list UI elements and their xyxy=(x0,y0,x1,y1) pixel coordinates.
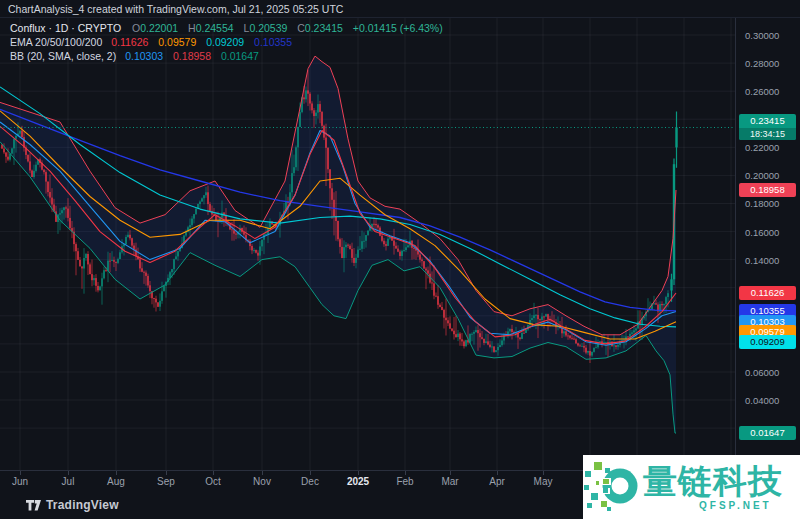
time-tick xyxy=(20,471,21,475)
price-badge: 0.11626 xyxy=(739,286,796,300)
time-tick xyxy=(450,471,451,475)
time-tick xyxy=(213,471,214,475)
chart-header: ChartAnalysis_4 created with TradingView… xyxy=(0,0,800,18)
time-tick xyxy=(310,471,311,475)
close-value: 0.23415 xyxy=(305,22,343,34)
time-label: Feb xyxy=(396,476,413,487)
ema100-value: 0.09209 xyxy=(206,36,244,48)
bar-countdown: 18:34:15 xyxy=(739,128,796,140)
time-label: Jun xyxy=(12,476,28,487)
tradingview-chart-screenshot: ChartAnalysis_4 created with TradingView… xyxy=(0,0,800,519)
time-label: Mar xyxy=(441,476,458,487)
price-badge: 0.09209 xyxy=(739,335,796,349)
legend-symbol-row[interactable]: Conflux · 1D · CRYPTO O0.22001 H0.24554 … xyxy=(10,22,450,35)
time-tick xyxy=(262,471,263,475)
time-tick xyxy=(358,471,359,475)
price-tick: 0.20000 xyxy=(745,170,779,181)
price-tick: 0.30000 xyxy=(745,30,779,41)
low-value: 0.20539 xyxy=(249,22,287,34)
change-value: +0.01415 (+6.43%) xyxy=(353,22,443,34)
time-label: Apr xyxy=(489,476,505,487)
time-tick xyxy=(68,471,69,475)
price-tick: 0.28000 xyxy=(745,58,779,69)
ema50-value: 0.09579 xyxy=(158,36,196,48)
price-tick: 0.06000 xyxy=(745,366,779,377)
time-label: Sep xyxy=(157,476,175,487)
close-label: C xyxy=(297,22,305,34)
bb-basis-value: 0.10303 xyxy=(125,50,163,62)
price-badge: 0.18958 xyxy=(739,183,796,197)
tradingview-logo-link[interactable]: TradingView xyxy=(26,498,119,512)
bb-upper-value: 0.18958 xyxy=(173,50,211,62)
time-label: Nov xyxy=(253,476,271,487)
time-label: Oct xyxy=(205,476,221,487)
time-label: Aug xyxy=(107,476,125,487)
price-tick: 0.14000 xyxy=(745,254,779,265)
watermark-company-name: 量链科技 xyxy=(643,459,783,505)
price-tick: 0.04000 xyxy=(745,395,779,406)
legend-bb-row[interactable]: BB (20, SMA, close, 2) 0.10303 0.18958 0… xyxy=(10,50,450,63)
time-tick xyxy=(116,471,117,475)
bb-label: BB (20, SMA, close, 2) xyxy=(10,50,116,62)
price-chart-canvas[interactable] xyxy=(0,0,735,470)
time-label: Jul xyxy=(62,476,75,487)
chart-title: ChartAnalysis_4 created with TradingView… xyxy=(8,3,343,15)
price-badge: 0.2341518:34:15 xyxy=(739,114,796,140)
watermark-domain: QFSP.NET xyxy=(699,500,772,511)
symbol-name: Conflux · 1D · CRYPTO xyxy=(10,22,121,34)
high-value: 0.24554 xyxy=(196,22,234,34)
legend: Conflux · 1D · CRYPTO O0.22001 H0.24554 … xyxy=(10,22,450,64)
tradingview-logo-icon xyxy=(26,500,41,511)
open-value: 0.22001 xyxy=(140,22,178,34)
time-label: May xyxy=(534,476,553,487)
tradingview-logo-text: TradingView xyxy=(46,498,119,512)
ema20-value: 0.11626 xyxy=(111,36,148,48)
ema-label: EMA 20/50/100/200 xyxy=(10,36,102,48)
time-label: 2025 xyxy=(347,476,369,487)
time-tick xyxy=(166,471,167,475)
open-label: O xyxy=(132,22,140,34)
price-badge: 0.01647 xyxy=(739,426,796,440)
time-tick xyxy=(543,471,544,475)
bb-lower-value: 0.01647 xyxy=(221,50,259,62)
price-tick: 0.16000 xyxy=(745,226,779,237)
time-label: Dec xyxy=(301,476,319,487)
watermark: 量链科技 QFSP.NET xyxy=(583,455,800,519)
time-tick xyxy=(497,471,498,475)
high-label: H xyxy=(188,22,196,34)
time-tick xyxy=(405,471,406,475)
watermark-logo-icon xyxy=(583,455,641,519)
ema200-value: 0.10355 xyxy=(254,36,292,48)
price-axis[interactable]: 0.300000.280000.260000.240000.220000.200… xyxy=(735,18,800,470)
price-tick: 0.22000 xyxy=(745,142,779,153)
price-tick: 0.18000 xyxy=(745,198,779,209)
legend-ema-row[interactable]: EMA 20/50/100/200 0.11626 0.09579 0.0920… xyxy=(10,36,450,49)
price-tick: 0.26000 xyxy=(745,86,779,97)
